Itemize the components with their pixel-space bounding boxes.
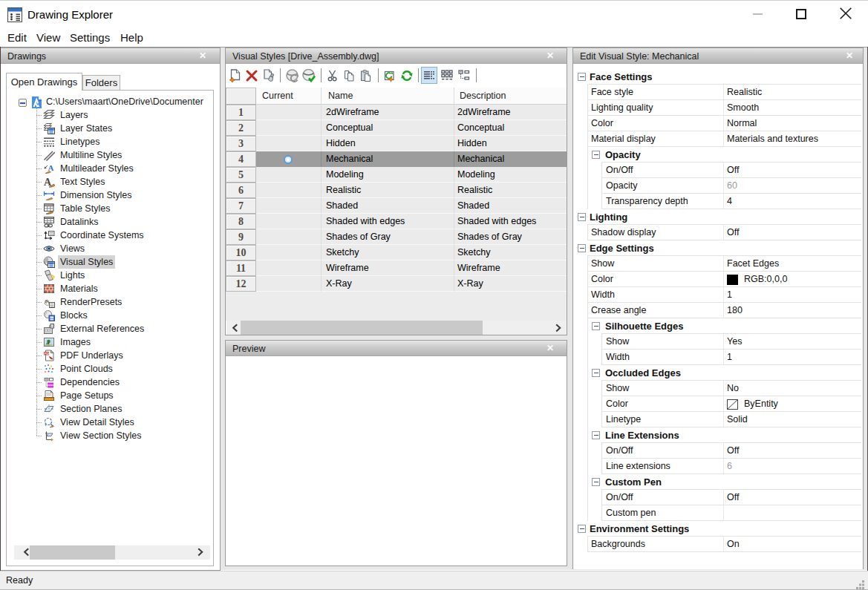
svg-text:A: A bbox=[48, 163, 54, 172]
svg-text:PDF: PDF bbox=[45, 352, 51, 355]
